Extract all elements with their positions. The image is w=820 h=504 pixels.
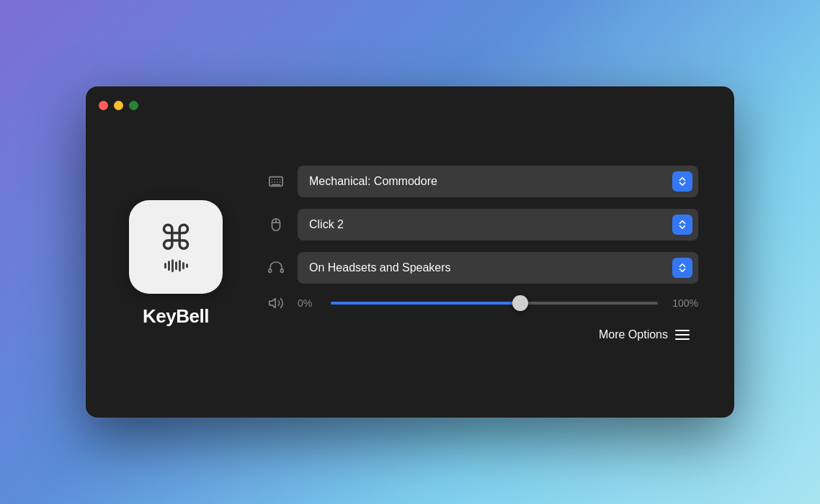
hamburger-line-2 <box>675 334 690 336</box>
wave-bar-6 <box>182 262 184 269</box>
minimize-button[interactable] <box>114 101 123 110</box>
volume-max-label: 100% <box>669 297 698 309</box>
cmd-symbol-icon: ⌘ <box>159 221 193 256</box>
mouse-icon <box>266 217 286 233</box>
volume-row: 0% 100% <box>266 295 698 311</box>
wave-icon <box>158 258 194 273</box>
title-bar <box>86 86 734 124</box>
headset-dropdown[interactable]: On Headsets and Speakers <box>298 252 698 284</box>
keyboard-icon <box>266 174 286 189</box>
volume-icon <box>266 295 286 311</box>
headset-icon <box>266 260 286 276</box>
wave-bar-1 <box>164 263 166 269</box>
app-name: KeyBell <box>143 305 209 328</box>
app-window: ⌘ KeyBell <box>86 86 734 418</box>
more-options-section: More Options <box>266 323 698 361</box>
volume-min-label: 0% <box>298 297 319 309</box>
mouse-row: Click 2 <box>266 209 698 240</box>
keyboard-dropdown[interactable]: Mechanical: Commodore <box>298 166 698 197</box>
volume-slider-container <box>331 296 658 310</box>
volume-slider-track <box>331 302 658 305</box>
more-options-button[interactable]: More Options <box>590 323 698 347</box>
wave-bar-4 <box>175 261 177 270</box>
headset-dropdown-value: On Headsets and Speakers <box>309 261 451 274</box>
wave-bar-5 <box>179 260 181 271</box>
wave-bar-2 <box>168 261 170 271</box>
wave-bar-7 <box>186 264 188 268</box>
mouse-dropdown[interactable]: Click 2 <box>298 209 698 240</box>
app-icon: ⌘ <box>129 200 223 294</box>
hamburger-line-1 <box>675 330 690 331</box>
hamburger-icon <box>675 330 690 340</box>
more-options-label: More Options <box>599 328 668 341</box>
volume-slider-thumb[interactable] <box>512 295 528 311</box>
app-info: ⌘ KeyBell <box>129 200 223 328</box>
headset-dropdown-arrow <box>672 258 692 278</box>
hamburger-line-3 <box>675 338 690 340</box>
controls-panel: Mechanical: Commodore <box>266 166 698 361</box>
maximize-button[interactable] <box>129 101 138 110</box>
volume-slider-fill <box>331 302 520 305</box>
mouse-dropdown-arrow <box>672 215 692 235</box>
main-content: ⌘ KeyBell <box>86 124 734 418</box>
mouse-dropdown-value: Click 2 <box>309 218 344 231</box>
wave-bar-3 <box>171 259 174 272</box>
keyboard-dropdown-value: Mechanical: Commodore <box>309 175 437 188</box>
headset-row: On Headsets and Speakers <box>266 252 698 284</box>
keyboard-row: Mechanical: Commodore <box>266 166 698 197</box>
keyboard-dropdown-arrow <box>672 171 692 192</box>
close-button[interactable] <box>99 101 108 110</box>
traffic-lights <box>99 101 138 110</box>
svg-marker-12 <box>269 299 275 308</box>
